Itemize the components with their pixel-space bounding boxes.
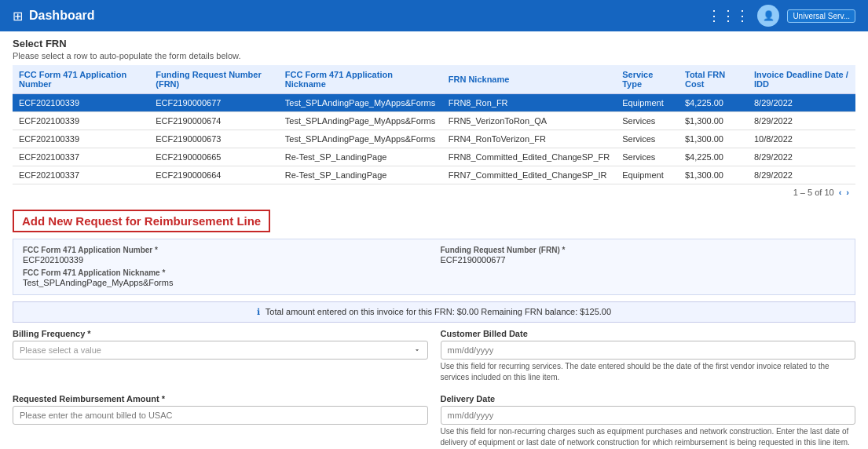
table-cell: FRN8_Committed_Edited_ChangeSP_FR xyxy=(442,148,616,166)
reimbursement-label: Requested Reimbursement Amount * xyxy=(13,394,428,403)
table-cell: ECF2190000673 xyxy=(149,130,279,148)
table-row[interactable]: ECF202100337ECF2190000665Re-Test_SP_Land… xyxy=(13,148,855,166)
col-frn: Funding Request Number (FRN) xyxy=(149,65,279,94)
table-cell: ECF202100337 xyxy=(13,148,149,166)
table-cell: Re-Test_SP_LandingPage xyxy=(279,148,442,166)
table-cell: ECF2190000677 xyxy=(149,94,279,112)
table-cell: ECF202100339 xyxy=(13,94,149,112)
billing-frequency-label: Billing Frequency * xyxy=(13,329,428,338)
frn-table: FCC Form 471 Application Number Funding … xyxy=(13,65,855,184)
table-row[interactable]: ECF202100337ECF2190000664Re-Test_SP_Land… xyxy=(13,166,855,184)
table-cell: Services xyxy=(616,148,679,166)
table-cell: ECF202100339 xyxy=(13,112,149,130)
col-frn-nickname: FRN Nickname xyxy=(442,65,616,94)
table-cell: ECF2190000665 xyxy=(149,148,279,166)
avatar[interactable]: 👤 xyxy=(757,5,779,27)
table-cell: 8/29/2022 xyxy=(748,148,855,166)
select-frn-subtitle: Please select a row to auto-populate the… xyxy=(13,51,855,60)
table-row[interactable]: ECF202100339ECF2190000677Test_SPLAndingP… xyxy=(13,94,855,112)
delivery-date-field: Delivery Date Use this field for non-rec… xyxy=(441,394,856,448)
table-cell: Services xyxy=(616,130,679,148)
app-number-field: FCC Form 471 Application Number * ECF202… xyxy=(23,246,428,265)
table-cell: FRN4_RonToVerizon_FR xyxy=(442,130,616,148)
pagination: 1 – 5 of 10 ‹ › xyxy=(13,184,855,200)
table-cell: ECF202100337 xyxy=(13,166,149,184)
table-cell: Test_SPLAndingPage_MyApps&Forms xyxy=(279,112,442,130)
col-idd: Invoice Deadline Date / IDD xyxy=(748,65,855,94)
header-title: Dashboard xyxy=(29,9,95,23)
table-cell: $1,300.00 xyxy=(679,112,748,130)
table-cell: FRN7_Committed_Edited_ChangeSP_IR xyxy=(442,166,616,184)
info-bar-text: Total amount entered on this invoice for… xyxy=(266,307,611,316)
app-number-value: ECF202100339 xyxy=(23,255,83,265)
select-frn-section: Select FRN Please select a row to auto-p… xyxy=(0,31,868,203)
table-header-row: FCC Form 471 Application Number Funding … xyxy=(13,65,855,94)
frn-field: Funding Request Number (FRN) * ECF219000… xyxy=(441,246,846,265)
reimbursement-amount-field: Requested Reimbursement Amount * xyxy=(13,394,428,448)
table-cell: Equipment xyxy=(616,166,679,184)
header-left: ⊞ Dashboard xyxy=(13,9,95,24)
info-bar: ℹ Total amount entered on this invoice f… xyxy=(13,301,855,323)
table-cell: $4,225.00 xyxy=(679,94,748,112)
table-cell: ECF2190000674 xyxy=(149,112,279,130)
form-info-box: FCC Form 471 Application Number * ECF202… xyxy=(13,239,855,295)
table-cell: ECF2190000664 xyxy=(149,166,279,184)
table-cell: 10/8/2022 xyxy=(748,130,855,148)
form-grid: Billing Frequency * Please select a valu… xyxy=(13,329,855,449)
table-cell: Test_SPLAndingPage_MyApps&Forms xyxy=(279,94,442,112)
frn-value: ECF2190000677 xyxy=(441,255,506,265)
main-content: Select FRN Please select a row to auto-p… xyxy=(0,31,868,449)
pagination-next[interactable]: › xyxy=(846,188,849,197)
table-cell: $4,225.00 xyxy=(679,148,748,166)
app-header: ⊞ Dashboard ⋮⋮⋮ 👤 Universal Serv... xyxy=(0,0,868,31)
table-cell: Equipment xyxy=(616,94,679,112)
delivery-date-label: Delivery Date xyxy=(441,394,856,403)
table-cell: FRN5_VerizonToRon_QA xyxy=(442,112,616,130)
customer-billed-input[interactable] xyxy=(441,341,856,360)
col-total-cost: Total FRN Cost xyxy=(679,65,748,94)
table-cell: 8/29/2022 xyxy=(748,112,855,130)
table-cell: Services xyxy=(616,112,679,130)
customer-billed-date-field: Customer Billed Date Use this field for … xyxy=(441,329,856,383)
dashboard-icon: ⊞ xyxy=(13,9,23,24)
org-badge[interactable]: Universal Serv... xyxy=(787,9,855,23)
delivery-date-input[interactable] xyxy=(441,406,856,425)
customer-billed-help: Use this field for recurring services. T… xyxy=(441,361,856,383)
table-cell: 8/29/2022 xyxy=(748,94,855,112)
col-nickname: FCC Form 471 Application Nickname xyxy=(279,65,442,94)
col-service-type: Service Type xyxy=(616,65,679,94)
table-cell: $1,300.00 xyxy=(679,166,748,184)
frn-label: Funding Request Number (FRN) * xyxy=(441,246,846,254)
avatar-initials: 👤 xyxy=(763,10,775,21)
app-number-label: FCC Form 471 Application Number * xyxy=(23,246,428,254)
table-row[interactable]: ECF202100339ECF2190000674Test_SPLAndingP… xyxy=(13,112,855,130)
info-icon: ℹ xyxy=(257,307,260,316)
table-cell: Test_SPLAndingPage_MyApps&Forms xyxy=(279,130,442,148)
table-row[interactable]: ECF202100339ECF2190000673Test_SPLAndingP… xyxy=(13,130,855,148)
reimbursement-input[interactable] xyxy=(13,406,428,425)
table-cell: ECF202100339 xyxy=(13,130,149,148)
pagination-prev[interactable]: ‹ xyxy=(839,188,842,197)
customer-billed-label: Customer Billed Date xyxy=(441,329,856,338)
nickname-value: Test_SPLAndingPage_MyApps&Forms xyxy=(23,278,173,287)
pagination-info: 1 – 5 of 10 xyxy=(793,188,834,197)
nickname-field: FCC Form 471 Application Nickname * Test… xyxy=(23,268,428,288)
nickname-label: FCC Form 471 Application Nickname * xyxy=(23,268,428,277)
header-right: ⋮⋮⋮ 👤 Universal Serv... xyxy=(707,5,855,27)
table-cell: FRN8_Ron_FR xyxy=(442,94,616,112)
table-cell: Re-Test_SP_LandingPage xyxy=(279,166,442,184)
billing-frequency-field: Billing Frequency * Please select a valu… xyxy=(13,329,428,383)
table-cell: 8/29/2022 xyxy=(748,166,855,184)
apps-grid-icon[interactable]: ⋮⋮⋮ xyxy=(707,7,749,24)
add-new-section: Add New Request for Reimbursement Line F… xyxy=(0,203,868,449)
select-frn-title: Select FRN xyxy=(13,38,855,49)
col-app-number: FCC Form 471 Application Number xyxy=(13,65,149,94)
table-cell: $1,300.00 xyxy=(679,130,748,148)
billing-frequency-select[interactable]: Please select a value xyxy=(13,341,428,360)
delivery-date-help: Use this field for non-recurring charges… xyxy=(441,426,856,448)
add-new-title: Add New Request for Reimbursement Line xyxy=(13,210,270,232)
